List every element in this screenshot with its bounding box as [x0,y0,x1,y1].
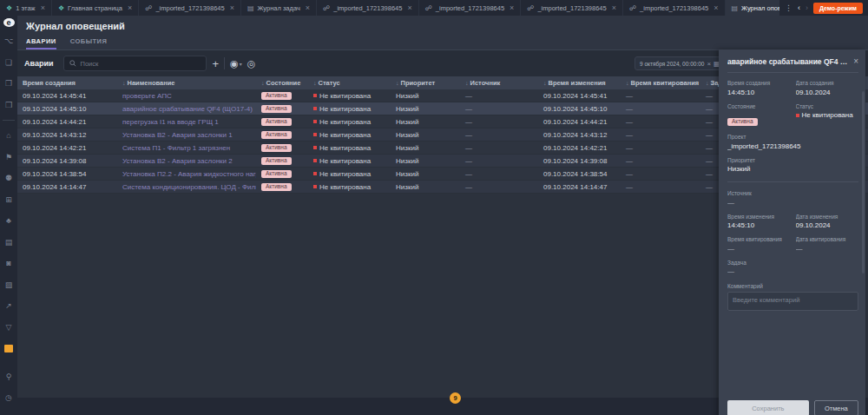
acknowledge-all-button[interactable]: ◎ [247,58,256,69]
tab-close-icon[interactable]: × [230,3,234,12]
column-header[interactable]: ↓Время изменения [538,79,621,87]
notifications-journal-icon[interactable] [2,341,16,355]
cancel-button[interactable]: Отмена [814,400,858,415]
alarm-name-link[interactable]: Установка В2 - Авария заслонки 1 [122,131,233,139]
alarm-name-link[interactable]: Система П1 - Фильтр 1 загрязнен [122,144,230,152]
column-header[interactable]: ↓Статус [308,79,391,87]
plant-icon[interactable]: ♣ [2,214,16,227]
funnel-icon[interactable]: ▽ [2,320,16,334]
alarm-name-link[interactable]: аварийное срабатывание QF4 (ЩО17-4) [122,105,253,113]
column-header[interactable]: ↓Состояние [256,79,308,87]
cell-state: Активна [256,117,308,126]
view-tab-события[interactable]: СОБЫТИЯ [70,35,108,49]
panel-fields: Время создания 14:45:10 Дата создания 09… [727,80,858,173]
column-label: Время создания [23,79,76,87]
column-header[interactable]: ↓Время квитирования [621,79,700,87]
status-dot [313,94,317,97]
alarm-name-link[interactable]: перегрузка I1 на вводе ГРЩ 1 [122,118,219,126]
alarm-name-link[interactable]: проверьте АПС [122,92,172,100]
sort-icon[interactable]: ↓ [706,80,709,86]
close-icon[interactable]: × [853,56,858,66]
comment-input[interactable] [727,292,858,311]
tab-close-icon[interactable]: × [41,3,45,12]
add-alarm-button[interactable]: + [212,57,219,70]
tab-bar: ❖1 этаж×❖Главная страница×☍_imported_172… [0,0,868,16]
sort-icon[interactable]: ↓ [261,80,265,86]
book-icon[interactable]: ▤ [2,235,16,249]
status-text: Не квитирована [319,144,371,152]
tab-3[interactable]: ☍_imported_1721398645× [139,0,241,16]
tab-6[interactable]: ☍_imported_1721398645× [419,0,522,16]
tab-close-icon[interactable]: × [407,3,411,12]
cell-time-acked: — [621,144,700,152]
chart-icon[interactable]: ↗ [2,299,16,313]
sort-icon[interactable]: ↓ [313,80,317,86]
alarm-name-link[interactable]: Установка П2.2 - Авария жидкостного нагр… [122,170,256,178]
tab-7[interactable]: ☍_imported_1721398645× [521,0,623,16]
journal-icon[interactable]: ❏ [2,56,16,69]
building-icon[interactable]: ⌂ [2,128,16,142]
demo-mode-button[interactable]: Демо-режим [813,3,863,14]
sort-icon[interactable]: ↓ [396,80,399,86]
tab-close-icon[interactable]: × [612,3,616,12]
cell-source: — [460,92,538,100]
tab-close-icon[interactable]: × [510,3,514,12]
announcement-icon[interactable]: ⚑ [2,150,16,164]
tab-next-icon[interactable]: › [806,3,808,12]
app-logo[interactable]: e [3,18,15,27]
tab-1[interactable]: ❖1 этаж× [0,0,52,16]
column-header[interactable]: ↓Источник [460,79,538,87]
state-badge: Активна [261,105,292,114]
status-text: Не квитирована [319,183,371,191]
column-header[interactable]: Время создания [17,79,117,87]
clock-icon[interactable]: ◷ [2,391,16,405]
tab-8[interactable]: ☍_imported_1721398645× [623,0,726,16]
project-tree-icon: ☍ [527,4,534,12]
column-header[interactable]: ↓Приоритет [391,79,460,87]
column-label: Наименование [128,79,175,87]
reports-journal-icon[interactable]: ❒ [2,98,16,112]
tab-overflow-icon[interactable]: ⋮ [785,3,792,12]
device-icon[interactable]: ◙ [2,256,16,270]
sort-icon[interactable]: ↓ [626,80,629,86]
column-header[interactable]: ↓Наименование [117,79,256,87]
tab-label: _imported_1721398645 [333,4,402,12]
app-root: ❖1 этаж×❖Главная страница×☍_imported_172… [0,0,868,415]
user-profile-icon[interactable]: ⚲ [2,370,16,384]
status-dot [313,159,317,162]
notification-count-badge[interactable]: 9 [450,392,461,404]
page-header: Журнал оповещений [17,16,868,35]
cell-time-changed: 09.10.2024 14:45:41 [538,92,621,100]
view-tab-аварии[interactable]: АВАРИИ [26,35,56,49]
tab-5[interactable]: ☍_imported_1721398645× [317,0,419,16]
events-journal-icon[interactable]: ❐ [2,76,16,90]
sort-icon[interactable]: ↓ [122,80,126,86]
tab-close-icon[interactable]: × [306,3,310,12]
project-tree-icon[interactable]: ⌥ [2,34,16,48]
alarm-name-link[interactable]: Установка В2 - Авария заслонки 2 [122,157,233,165]
archive-box-icon[interactable]: ⊞ [2,193,16,207]
clear-date-icon[interactable]: × [707,60,711,68]
panel-scrollbar[interactable] [862,91,865,273]
search-input[interactable] [80,60,201,68]
tab-9[interactable]: ▤Журнал оповещений× [726,0,779,16]
cell-name: Установка В2 - Авария заслонки 1 [117,131,256,139]
project-tree-icon: ☍ [323,4,330,12]
sort-icon[interactable]: ↓ [543,80,547,86]
tab-2[interactable]: ❖Главная страница× [52,0,139,16]
date-from-input[interactable]: 9 октября 2024, 00:00:00 × ▦ [635,56,726,70]
acknowledge-button[interactable]: ◉ ▾ [230,58,242,69]
tab-close-icon[interactable]: × [713,3,718,12]
users-group-icon[interactable]: ⚉ [2,171,16,185]
alarm-name-link[interactable]: Система кондиционирования. ЦОД - Фильтр … [122,183,256,191]
cell-state: Активна [256,91,308,100]
cell-name: Система кондиционирования. ЦОД - Фильтр … [117,183,256,191]
tab-prev-icon[interactable]: ‹ [798,3,800,12]
tab-4[interactable]: ▤Журнал задач× [241,0,317,16]
save-button[interactable]: Сохранить [727,400,809,415]
status-text: Не квитирована [319,131,371,139]
cell-source: — [460,157,538,165]
sort-icon[interactable]: ↓ [465,80,469,86]
tab-close-icon[interactable]: × [128,3,132,12]
pattern-icon[interactable]: ▨ [2,278,16,292]
